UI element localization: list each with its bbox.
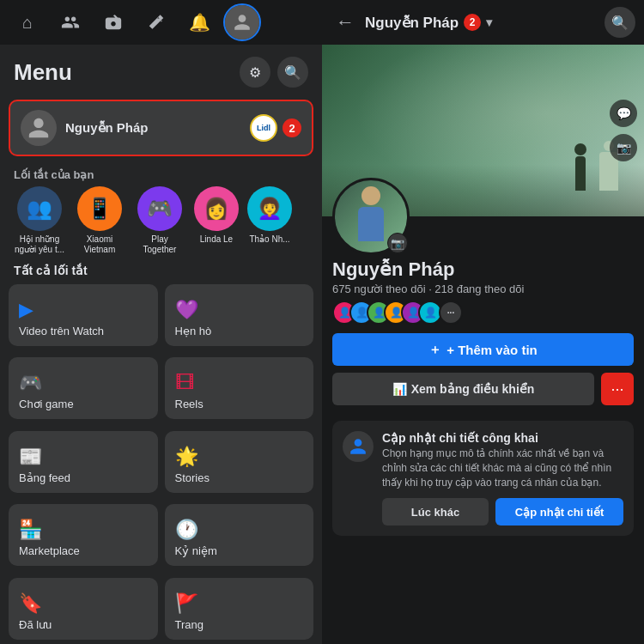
shortcut-avatar-3: 🎮 (137, 186, 182, 231)
profile-stats: 675 người theo dõi · 218 đang theo dõi (332, 283, 634, 295)
menu-header-icons: ⚙ 🔍 (240, 57, 308, 88)
update-details-button[interactable]: Cập nhật chi tiết (495, 498, 623, 526)
shortcuts-row: 👥 Hội những người yêu t... 📱 Xiaomi Viet… (0, 186, 322, 260)
shortcut-label-4: Linda Le (200, 234, 233, 245)
shortcut-label-1: Hội những người yêu t... (14, 234, 65, 255)
info-card-icon (343, 431, 374, 462)
shortcut-label-5: Thảo Nh... (249, 234, 289, 245)
grid-item-gaming[interactable]: 🎮 Chơi game (9, 357, 158, 419)
view-dashboard-button[interactable]: 📊 Xem bảng điều khiển (332, 373, 594, 405)
shop-icon[interactable] (94, 3, 132, 41)
people-icon[interactable] (52, 3, 89, 41)
shortcut-item-5[interactable]: 👩‍🦱 Thảo Nh... (247, 186, 292, 255)
dashboard-icon: 📊 (392, 382, 407, 396)
right-panel-title: Nguyễn Pháp (365, 14, 459, 32)
reels-label: Reels (175, 398, 204, 410)
profile-row-avatar (21, 110, 57, 146)
settings-button[interactable]: ⚙ (240, 57, 270, 88)
right-panel: ← Nguyễn Pháp 2 ▾ 🔍 💬 📷 (322, 0, 644, 644)
nav-avatar (225, 5, 259, 39)
cover-side-buttons: 💬 📷 (610, 100, 637, 161)
feed-icon: 📰 (19, 446, 42, 468)
dating-icon: 💜 (175, 299, 198, 321)
profile-pic-area: 📷 (332, 178, 410, 255)
menu-title: Menu (14, 59, 72, 86)
shortcut-avatar-1: 👥 (17, 186, 62, 231)
info-card-title: Cập nhật chi tiết công khai (382, 431, 623, 445)
stories-icon: 🌟 (175, 446, 198, 468)
shortcut-item-3[interactable]: 🎮 Play Together (134, 186, 185, 255)
messenger-icon[interactable]: 💬 (610, 100, 637, 127)
grid-item-stories[interactable]: 🌟 Stories (165, 431, 314, 493)
camera-profile-icon[interactable]: 📷 (387, 233, 408, 253)
shortcut-label-2: Xiaomi Vietnam (74, 234, 125, 255)
memories-label: Kỷ niệm (175, 544, 217, 557)
pages-label: Trang (175, 618, 204, 631)
grid-item-saved[interactable]: 🔖 Đã lưu (9, 578, 158, 640)
followers-avatars: 👤 👤 👤 👤 👤 👤 ··· (332, 301, 634, 325)
add-to-feed-button[interactable]: ＋ + Thêm vào tin (332, 333, 634, 366)
shortcut-avatar-5: 👩‍🦱 (247, 186, 292, 231)
ellipsis-icon: ··· (611, 380, 623, 398)
memories-icon: 🕐 (175, 519, 198, 541)
shortcuts-label: Lối tắt của bạn (0, 165, 322, 186)
feed-label: Bảng feed (19, 471, 70, 484)
marketplace-icon: 🏪 (19, 519, 42, 541)
chevron-down-icon: ▾ (486, 15, 492, 29)
person-silhouette (349, 186, 392, 255)
watch-label: Video trên Watch (19, 325, 104, 337)
video-icon[interactable] (137, 3, 175, 41)
right-title-area: Nguyễn Pháp 2 ▾ (365, 14, 599, 32)
plus-icon: ＋ (428, 342, 441, 358)
info-card-actions: Lúc khác Cập nhật chi tiết (382, 498, 623, 526)
shortcut-item-2[interactable]: 📱 Xiaomi Vietnam (74, 186, 125, 255)
dating-label: Hẹn hò (175, 325, 212, 337)
more-options-button[interactable]: ··· (601, 373, 634, 405)
grid-item-dating[interactable]: 💜 Hẹn hò (165, 284, 314, 346)
shortcut-item-1[interactable]: 👥 Hội những người yêu t... (14, 186, 65, 255)
left-panel: ⌂ 🔔 Menu ⚙ 🔍 Nguyễn Pháp (0, 0, 322, 644)
right-panel-badge: 2 (464, 14, 481, 31)
saved-label: Đã lưu (19, 618, 52, 631)
right-search-button[interactable]: 🔍 (605, 7, 635, 38)
marketplace-label: Marketplace (19, 544, 80, 557)
secondary-actions-row: 📊 Xem bảng điều khiển ··· (332, 373, 634, 405)
home-icon[interactable]: ⌂ (9, 3, 46, 41)
profile-display-name: Nguyễn Pháp (332, 258, 634, 281)
saved-icon: 🔖 (19, 592, 42, 615)
grid-item-feed[interactable]: 📰 Bảng feed (9, 431, 158, 493)
profile-info-section: 📷 Nguyễn Pháp 675 người theo dõi · 218 đ… (322, 216, 644, 414)
stories-label: Stories (175, 471, 210, 484)
camera-cover-icon[interactable]: 📷 (610, 134, 637, 161)
grid-item-memories[interactable]: 🕐 Kỷ niệm (165, 504, 314, 566)
shortcut-item-4[interactable]: 👩 Linda Le (194, 186, 239, 255)
lidl-badge: Lidl (250, 114, 277, 142)
info-card-text: Chọn hạng mục mô tả chính xác nhất về bạ… (382, 447, 623, 489)
profile-row[interactable]: Nguyễn Pháp Lidl 2 (9, 100, 313, 156)
profile-badge-area: Lidl 2 (250, 114, 301, 142)
profile-row-name: Nguyễn Pháp (65, 120, 241, 136)
shortcut-avatar-4: 👩 (194, 186, 239, 231)
gaming-label: Chơi game (19, 398, 74, 410)
all-shortcuts-label: Tất cả lối tắt (0, 260, 322, 284)
watch-icon: ▶ (19, 299, 33, 321)
back-button[interactable]: ← (331, 6, 360, 39)
figure-1 (574, 143, 586, 191)
later-button[interactable]: Lúc khác (382, 498, 489, 526)
grid-item-marketplace[interactable]: 🏪 Marketplace (9, 504, 158, 566)
search-button[interactable]: 🔍 (277, 57, 308, 88)
grid-item-reels[interactable]: 🎞 Reels (165, 357, 314, 419)
gaming-icon: 🎮 (19, 372, 42, 394)
profile-nav-icon[interactable] (223, 3, 261, 41)
followers-more: ··· (439, 301, 463, 325)
shortcut-label-3: Play Together (134, 234, 185, 255)
info-card-content: Cập nhật chi tiết công khai Chọn hạng mụ… (382, 431, 623, 526)
grid-item-watch[interactable]: ▶ Video trên Watch (9, 284, 158, 346)
grid-item-pages[interactable]: 🚩 Trang (165, 578, 314, 640)
pages-icon: 🚩 (175, 592, 198, 615)
reels-icon: 🎞 (175, 372, 194, 394)
bell-icon[interactable]: 🔔 (180, 3, 218, 41)
menu-header: Menu ⚙ 🔍 (0, 45, 322, 94)
right-top-bar: ← Nguyễn Pháp 2 ▾ 🔍 (322, 0, 644, 45)
top-nav: ⌂ 🔔 (0, 0, 322, 45)
